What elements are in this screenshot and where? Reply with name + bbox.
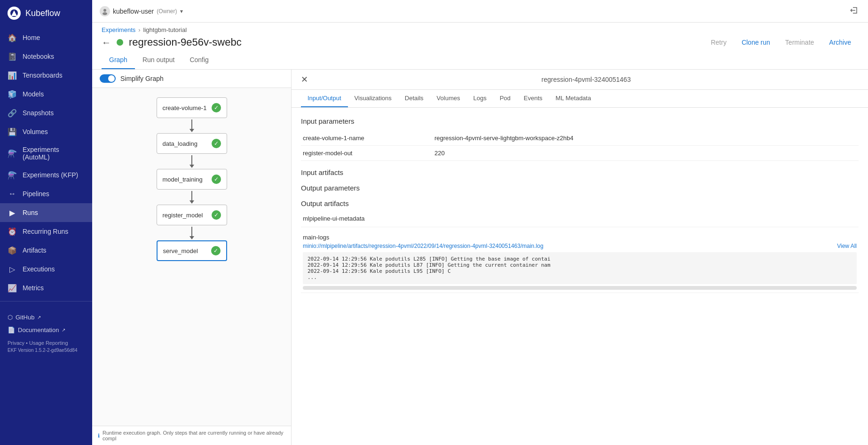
node-label-create-volume: create-volume-1 (163, 104, 207, 111)
page-title: regression-9e56v-swebc (129, 36, 242, 48)
logo-text: Kubeflow (25, 8, 60, 18)
sidebar-item-experiments-automl[interactable]: ⚗️ Experiments (AutoML) (0, 141, 92, 166)
arrow-1 (189, 118, 194, 133)
log-scrollbar[interactable] (303, 286, 857, 290)
simplify-graph-toggle[interactable] (100, 74, 116, 83)
experiments-kfp-icon: ⚗️ (8, 170, 17, 180)
tab-run-output[interactable]: Run output (135, 51, 182, 69)
sidebar-label-executions: Executions (23, 265, 55, 273)
param-name-1: create-volume-1-name (301, 131, 433, 146)
artifact-name-mlpipeline: mlpipeline-ui-metadata (303, 215, 857, 222)
detail-tab-logs[interactable]: Logs (466, 90, 493, 107)
logout-button[interactable] (847, 4, 860, 18)
github-label: GitHub (16, 314, 34, 321)
github-link[interactable]: ⬡ GitHub ↗ (8, 311, 85, 324)
graph-node-register-model[interactable]: register_model ✓ (157, 205, 227, 225)
detail-close-button[interactable]: ✕ (301, 74, 308, 85)
graph-panel: Simplify Graph create-volume-1 ✓ data_lo… (92, 70, 292, 445)
artifact-link[interactable]: minio://mlpipeline/artifacts/regression-… (303, 243, 544, 249)
detail-tab-input-output[interactable]: Input/Output (301, 90, 348, 107)
node-status-register-model: ✓ (212, 210, 221, 220)
artifact-logs-header: minio://mlpipeline/artifacts/regression-… (303, 243, 857, 249)
logo-icon (8, 7, 21, 20)
graph-node-create-volume[interactable]: create-volume-1 ✓ (157, 97, 227, 118)
detail-tab-details[interactable]: Details (398, 90, 430, 107)
runs-icon: ▶ (8, 208, 17, 217)
node-label-register-model: register_model (163, 212, 203, 219)
user-info[interactable]: kubeflow-user (Owner) ▾ (100, 6, 183, 16)
sidebar-label-experiments-automl: Experiments (AutoML) (23, 146, 85, 161)
sidebar-label-artifacts: Artifacts (23, 246, 47, 254)
executions-icon: ▷ (8, 264, 17, 274)
simplify-graph-label: Simplify Graph (120, 75, 164, 82)
breadcrumb-separator: › (138, 26, 140, 33)
tensorboards-icon: 📊 (8, 71, 17, 80)
sidebar-item-artifacts[interactable]: 📦 Artifacts (0, 241, 92, 260)
output-artifacts-section: Output artifacts mlpipeline-ui-metadata … (301, 199, 859, 293)
pipelines-icon: ↔ (8, 189, 17, 199)
run-actions: Retry Clone run Terminate Archive (707, 37, 859, 48)
sidebar-item-home[interactable]: 🏠 Home (0, 28, 92, 47)
artifact-name-main-logs: main-logs (303, 234, 857, 241)
sidebar-item-models[interactable]: 🧊 Models (0, 85, 92, 103)
breadcrumb: Experiments › lightgbm-tutorial (102, 26, 859, 33)
main-tabs: Graph Run output Config (92, 51, 868, 70)
retry-button[interactable]: Retry (707, 37, 730, 48)
recurring-runs-icon: ⏰ (8, 227, 17, 236)
docs-link[interactable]: 📄 Documentation ↗ (8, 324, 85, 336)
graph-node-serve-model[interactable]: serve_model ✓ (157, 240, 227, 261)
sidebar-item-volumes[interactable]: 💾 Volumes (0, 122, 92, 141)
app-logo[interactable]: Kubeflow (0, 0, 92, 26)
detail-header: ✕ regression-4pvml-3240051463 (292, 70, 868, 90)
log-line-1: 2022-09-14 12:29:56 Kale podutils L285 [… (308, 256, 852, 262)
arrow-4 (189, 225, 194, 240)
svg-point-2 (103, 9, 106, 12)
tab-config[interactable]: Config (182, 51, 216, 69)
sidebar-item-notebooks[interactable]: 📓 Notebooks (0, 47, 92, 66)
notebooks-icon: 📓 (8, 52, 17, 61)
graph-toolbar: Simplify Graph (92, 70, 291, 88)
detail-tab-visualizations[interactable]: Visualizations (348, 90, 398, 107)
sidebar-label-notebooks: Notebooks (23, 53, 54, 60)
run-title-row: ← regression-9e56v-swebc Retry Clone run… (102, 36, 859, 51)
detail-tab-pod[interactable]: Pod (493, 90, 517, 107)
sidebar-item-metrics[interactable]: 📈 Metrics (0, 278, 92, 297)
back-button[interactable]: ← (102, 38, 111, 47)
sidebar-label-runs: Runs (23, 209, 38, 216)
home-icon: 🏠 (8, 33, 17, 42)
detail-tabs: Input/Output Visualizations Details Volu… (292, 90, 868, 108)
view-all-button[interactable]: View All (837, 243, 857, 249)
node-status-data-loading: ✓ (212, 139, 221, 148)
graph-footer: ℹ Runtime execution graph. Only steps th… (92, 426, 291, 445)
sidebar-item-runs[interactable]: ▶ Runs (0, 203, 92, 222)
breadcrumb-experiments[interactable]: Experiments (102, 26, 135, 33)
graph-node-model-training[interactable]: model_training ✓ (157, 169, 227, 190)
sidebar-item-tensorboards[interactable]: 📊 Tensorboards (0, 66, 92, 85)
sidebar-label-metrics: Metrics (23, 284, 44, 292)
graph-footer-text: Runtime execution graph. Only steps that… (103, 430, 285, 441)
archive-button[interactable]: Archive (825, 37, 855, 48)
sidebar-item-executions[interactable]: ▷ Executions (0, 260, 92, 278)
footer-links: Privacy • Usage Reporting (8, 340, 85, 346)
detail-tab-ml-metadata[interactable]: ML Metadata (549, 90, 598, 107)
node-label-model-training: model_training (163, 176, 203, 183)
sidebar-item-experiments-kfp[interactable]: ⚗️ Experiments (KFP) (0, 166, 92, 184)
sidebar-item-pipelines[interactable]: ↔ Pipelines (0, 184, 92, 203)
sidebar-item-recurring-runs[interactable]: ⏰ Recurring Runs (0, 222, 92, 241)
breadcrumb-run: lightgbm-tutorial (143, 26, 187, 33)
artifact-mlpipeline: mlpipeline-ui-metadata (301, 212, 859, 227)
graph-node-data-loading[interactable]: data_loading ✓ (157, 133, 227, 154)
detail-content: Input parameters create-volume-1-name re… (292, 108, 868, 445)
tab-graph[interactable]: Graph (102, 51, 135, 69)
detail-tab-volumes[interactable]: Volumes (430, 90, 467, 107)
sidebar-label-home: Home (23, 34, 40, 41)
sidebar-item-snapshots[interactable]: 🔗 Snapshots (0, 103, 92, 122)
dropdown-icon: ▾ (180, 8, 183, 15)
input-artifacts-title: Input artifacts (301, 168, 859, 176)
detail-tab-events[interactable]: Events (517, 90, 549, 107)
terminate-button[interactable]: Terminate (781, 37, 818, 48)
clone-run-button[interactable]: Clone run (738, 37, 774, 48)
sidebar-label-models: Models (23, 90, 44, 98)
graph-canvas: create-volume-1 ✓ data_loading ✓ (92, 88, 291, 426)
detail-title: regression-4pvml-3240051463 (314, 76, 859, 83)
